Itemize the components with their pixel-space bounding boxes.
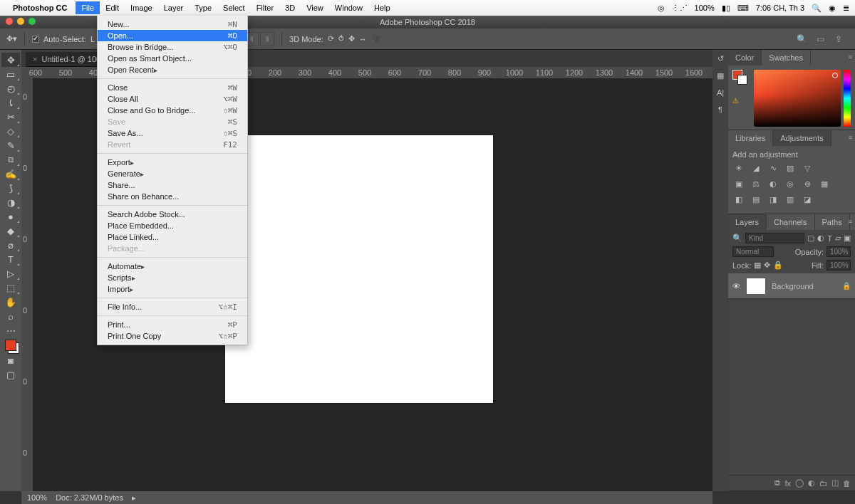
zoom-window-icon[interactable] [28, 18, 36, 25]
siri-icon[interactable]: ◉ [829, 4, 836, 13]
character-panel-icon[interactable]: A| [715, 87, 726, 98]
hand-tool[interactable]: ✋ [1, 295, 20, 309]
menu-item-close[interactable]: Close⌘W [98, 82, 247, 93]
menu-item-generate[interactable]: Generate [98, 168, 247, 179]
path-tool[interactable]: ▷ [1, 266, 20, 280]
group-icon[interactable]: 🗀 [819, 479, 827, 488]
zoom-tool[interactable]: ⌕ [1, 309, 20, 323]
gradient-tool[interactable]: ● [1, 209, 20, 224]
channel-mixer-icon[interactable]: ⊚ [801, 177, 814, 190]
delete-layer-icon[interactable]: 🗑 [843, 479, 851, 488]
menu-item-print[interactable]: Print...⌘P [98, 319, 247, 330]
color-swatch-fgbg[interactable]: ⚠ [732, 70, 747, 91]
layer-row[interactable]: 👁 Background 🔒 [728, 273, 855, 299]
move-tool[interactable]: ✥ [1, 53, 20, 67]
layer-thumbnail[interactable] [746, 278, 766, 295]
layer-name[interactable]: Background [772, 282, 814, 290]
shape-tool[interactable]: ⬚ [1, 280, 20, 295]
libraries-tab[interactable]: Libraries [728, 130, 773, 146]
menu-item-scripts[interactable]: Scripts [98, 272, 247, 283]
menu-item-automate[interactable]: Automate [98, 261, 247, 272]
menubar-item-edit[interactable]: Edit [100, 1, 125, 14]
doc-info[interactable]: Doc: 2.32M/0 bytes [56, 493, 123, 502]
menu-item-place-linked[interactable]: Place Linked... [98, 231, 247, 243]
app-name[interactable]: Photoshop CC [13, 4, 67, 12]
history-brush-tool[interactable]: ⟆ [1, 181, 20, 195]
3d-pan-icon[interactable]: ✥ [348, 34, 355, 43]
adjustments-tab[interactable]: Adjustments [773, 130, 831, 146]
menu-item-open-recent[interactable]: Open Recent [98, 64, 247, 75]
menu-item-close-all[interactable]: Close All⌥⌘W [98, 93, 247, 105]
workspace-icon[interactable]: ▭ [814, 33, 826, 46]
menu-item-browse-in-bridge[interactable]: Browse in Bridge...⌥⌘O [98, 41, 247, 53]
fill-field[interactable]: 100% [826, 260, 851, 271]
menu-item-search-adobe-stock[interactable]: Search Adobe Stock... [98, 209, 247, 220]
menu-item-place-embedded[interactable]: Place Embedded... [98, 220, 247, 231]
paragraph-panel-icon[interactable]: ¶ [715, 104, 726, 115]
filter-adjust-icon[interactable]: ◐ [817, 233, 824, 243]
close-tab-icon[interactable]: × [33, 55, 37, 63]
properties-panel-icon[interactable]: ▦ [715, 70, 726, 81]
zoom-level[interactable]: 100% [27, 493, 47, 502]
gradient-map-icon[interactable]: ▥ [784, 193, 797, 206]
3d-zoom-icon[interactable]: 🎥 [371, 34, 381, 43]
layer-style-icon[interactable]: fx [784, 479, 791, 488]
filter-kind-field[interactable]: Kind [745, 233, 804, 243]
foreground-color-icon[interactable] [5, 340, 16, 351]
close-window-icon[interactable] [6, 18, 13, 25]
paths-tab[interactable]: Paths [815, 214, 850, 230]
menubar-item-select[interactable]: Select [217, 1, 251, 14]
crop-tool[interactable]: ✂ [1, 110, 20, 124]
menu-item-share[interactable]: Share... [98, 179, 247, 191]
menubar-item-view[interactable]: View [301, 1, 329, 14]
menubar-item-layer[interactable]: Layer [158, 1, 190, 14]
link-layers-icon[interactable]: ⧉ [774, 478, 780, 488]
notif-icon[interactable]: ≣ [843, 4, 849, 13]
blend-mode-select[interactable]: Normal [732, 246, 774, 257]
menu-item-open[interactable]: Open...⌘O [98, 30, 247, 41]
fill-adjust-icon[interactable]: ◐ [808, 478, 815, 488]
menu-item-close-and-go-to-bridge[interactable]: Close and Go to Bridge...⇧⌘W [98, 105, 247, 116]
menubar-item-image[interactable]: Image [125, 1, 158, 14]
traffic-lights[interactable] [6, 18, 36, 25]
brush-tool[interactable]: ⧈ [1, 152, 20, 167]
color-lookup-icon[interactable]: ▦ [818, 177, 831, 190]
color-tab[interactable]: Color [728, 50, 762, 65]
share-icon[interactable]: ⇪ [832, 33, 845, 46]
threshold-icon[interactable]: ◨ [767, 193, 779, 206]
photo-filter-icon[interactable]: ◎ [784, 177, 797, 190]
color-swatch[interactable] [3, 337, 19, 353]
dist-hcenter-icon[interactable]: ⫴ [260, 32, 274, 46]
doc-info-chevron-icon[interactable]: ▸ [132, 493, 136, 503]
marquee-tool[interactable]: ▭ [1, 67, 20, 81]
hue-sat-icon[interactable]: ▣ [732, 177, 745, 190]
filter-kind-icon[interactable]: 🔍 [732, 233, 742, 243]
menu-item-open-as-smart-object[interactable]: Open as Smart Object... [98, 53, 247, 64]
menubar-item-file[interactable]: File [76, 1, 100, 14]
selective-color-icon[interactable]: ◪ [801, 193, 814, 206]
menu-item-file-info[interactable]: File Info...⌥⇧⌘I [98, 301, 247, 313]
eraser-tool[interactable]: ◑ [1, 195, 20, 209]
exposure-icon[interactable]: ▨ [784, 162, 797, 174]
menu-item-print-one-copy[interactable]: Print One Copy⌥⇧⌘P [98, 330, 247, 342]
invert-icon[interactable]: ◧ [732, 193, 745, 206]
visibility-toggle-icon[interactable]: 👁 [732, 282, 740, 290]
layer-mask-icon[interactable]: ◯ [795, 478, 804, 488]
color-picker-ring-icon[interactable] [832, 73, 838, 78]
quick-select-tool[interactable]: ⤹ [1, 95, 20, 110]
filter-type-icon[interactable]: T [827, 234, 832, 243]
new-layer-icon[interactable]: ◫ [831, 478, 839, 488]
file-dropdown-menu[interactable]: New...⌘NOpen...⌘OBrowse in Bridge...⌥⌘OO… [97, 16, 248, 345]
filter-pixel-icon[interactable]: ▢ [807, 233, 814, 243]
eyedropper-tool[interactable]: ◇ [1, 124, 20, 138]
panel-menu-icon[interactable]: ≡ [849, 134, 852, 141]
posterize-icon[interactable]: ▤ [750, 193, 762, 206]
menubar-item-help[interactable]: Help [368, 1, 396, 14]
background-color-icon[interactable] [737, 75, 747, 85]
heal-tool[interactable]: ✎ [1, 138, 20, 152]
menu-item-export[interactable]: Export [98, 157, 247, 168]
menu-item-share-on-behance[interactable]: Share on Behance... [98, 191, 247, 202]
gamut-warning-icon[interactable]: ⚠ [732, 97, 739, 105]
curves-icon[interactable]: ∿ [767, 162, 779, 174]
menubar-item-type[interactable]: Type [189, 1, 217, 14]
